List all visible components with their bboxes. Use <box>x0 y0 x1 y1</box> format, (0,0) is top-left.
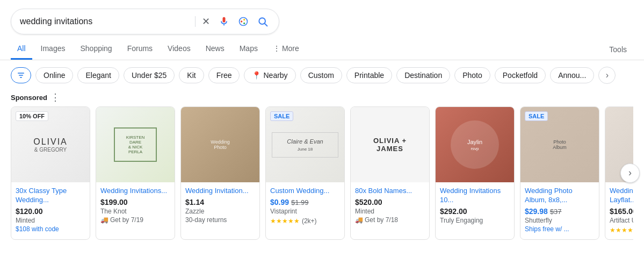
chip-pocketfold[interactable]: Pocketfold <box>495 67 546 83</box>
lens-icon <box>238 16 249 27</box>
product-title-8: Wedding Album Layflat... <box>610 187 633 205</box>
product-price-6: $292.00 <box>440 207 510 216</box>
tab-all[interactable]: All <box>11 39 32 60</box>
product-image-3: WeddingPhoto <box>181 107 259 182</box>
product-price-7: $29.98 <box>525 207 548 216</box>
product-seller-1: Minted <box>16 217 85 224</box>
product-card-6[interactable]: Jaylin rsvp Wedding Invitations 10... $2… <box>435 106 515 240</box>
tools-button[interactable]: Tools <box>603 40 633 59</box>
tab-maps[interactable]: Maps <box>233 39 264 60</box>
product-extra-3: 30-day returns <box>185 216 255 224</box>
product-extra-5: 🚚 Get by 7/18 <box>355 216 425 224</box>
search-icon <box>257 16 268 27</box>
chip-nearby[interactable]: 📍 Nearby <box>244 67 295 83</box>
product-card-3[interactable]: WeddingPhoto Wedding Invitation... $1.14… <box>180 106 260 240</box>
product-title-6: Wedding Invitations 10... <box>440 187 510 205</box>
filter-options-chip[interactable] <box>11 67 31 83</box>
filter-icon <box>17 71 25 80</box>
product-info-5: 80x Bold Names... $520.00 Minted 🚚 Get b… <box>351 182 429 224</box>
product-image-4: SALE Claire & Evan June 18 <box>266 107 344 182</box>
chip-printable[interactable]: Printable <box>346 67 392 83</box>
chip-destination[interactable]: Destination <box>396 67 450 83</box>
product-image-1: 10% OFF OLIVIA & GREGORY <box>11 107 90 182</box>
truck-icon-5: 🚚 <box>355 216 363 224</box>
chip-photo[interactable]: Photo <box>454 67 490 83</box>
product-price-2: $199.00 <box>100 198 170 206</box>
product-title-4: Custom Wedding... <box>270 187 340 196</box>
more-dots-icon: ⋮ <box>273 44 280 53</box>
product-badge-7: SALE <box>525 111 548 121</box>
chip-elegant[interactable]: Elegant <box>77 67 119 83</box>
sponsored-label: Sponsored <box>11 94 47 102</box>
product-extra-4: ★★★★★ (2k+) <box>270 216 340 225</box>
chips-next-button[interactable]: › <box>598 67 616 84</box>
product-info-6: Wedding Invitations 10... $292.00 Truly … <box>436 182 514 224</box>
search-divider <box>195 16 196 27</box>
product-title-1: 30x Classy Type Wedding... <box>16 187 85 205</box>
chip-free[interactable]: Free <box>208 67 240 83</box>
sponsored-header: Sponsored ⋮ <box>0 90 644 106</box>
truck-icon-2: 🚚 <box>100 216 108 224</box>
products-next-button[interactable]: › <box>620 163 640 183</box>
products-section: 10% OFF OLIVIA & GREGORY 30x Classy Type… <box>0 106 644 240</box>
search-button[interactable] <box>255 14 270 29</box>
product-seller-7: Shutterfly <box>525 217 595 224</box>
product-info-1: 30x Classy Type Wedding... $120.00 Minte… <box>11 182 90 233</box>
product-title-5: 80x Bold Names... <box>355 187 425 196</box>
chevron-right-products-icon: › <box>628 167 632 179</box>
product-price-8: $165.00 <box>610 207 633 216</box>
tab-news[interactable]: News <box>199 39 231 60</box>
product-info-2: Wedding Invitations... $199.00 The Knot … <box>96 182 175 224</box>
tab-forums[interactable]: Forums <box>121 39 159 60</box>
lens-button[interactable] <box>236 14 251 29</box>
product-image-2: KIRSTEN DARE & NICK PERLA <box>96 107 175 182</box>
sponsored-menu-button[interactable]: ⋮ <box>50 92 60 102</box>
product-price-1: $120.00 <box>16 207 85 216</box>
clear-button[interactable]: ✕ <box>200 13 212 30</box>
product-extra-2: 🚚 Get by 7/19 <box>100 216 170 224</box>
product-card-5[interactable]: OLIVIA +JAMES 80x Bold Names... $520.00 … <box>350 106 430 240</box>
product-seller-8: Artifact Uprisi... <box>610 217 633 224</box>
chip-under25[interactable]: Under $25 <box>124 67 175 83</box>
clear-icon: ✕ <box>202 16 210 27</box>
search-bar[interactable]: ✕ <box>11 9 279 34</box>
tab-videos[interactable]: Videos <box>161 39 197 60</box>
product-card-4[interactable]: SALE Claire & Evan June 18 Custom Weddin… <box>265 106 345 240</box>
product-extra-8: ★★★★★ (858) <box>610 225 633 234</box>
product-extra-7: Ships free w/ ... <box>525 225 595 233</box>
product-image-7: SALE PhotoAlbum <box>520 107 599 182</box>
product-price-original-4: $1.99 <box>291 198 309 206</box>
product-seller-6: Truly Engaging <box>440 217 510 224</box>
product-info-3: Wedding Invitation... $1.14 Zazzle 30-da… <box>181 182 259 224</box>
product-price-4: $0.99 <box>270 198 289 206</box>
product-card-1[interactable]: 10% OFF OLIVIA & GREGORY 30x Classy Type… <box>11 106 90 240</box>
product-extra-1: $108 with code <box>16 225 85 233</box>
product-card-2[interactable]: KIRSTEN DARE & NICK PERLA Wedding Invita… <box>96 106 175 240</box>
product-seller-3: Zazzle <box>185 208 255 215</box>
product-info-7: Wedding Photo Album, 8x8,... $29.98 $37 … <box>520 182 599 233</box>
chip-announce[interactable]: Annou... <box>550 67 594 83</box>
search-bar-container: ✕ <box>0 0 644 34</box>
product-badge-1: 10% OFF <box>16 111 48 121</box>
location-icon: 📍 <box>252 71 261 80</box>
mic-button[interactable] <box>216 14 231 29</box>
tab-more[interactable]: ⋮ More <box>266 39 306 60</box>
chip-online[interactable]: Online <box>35 67 73 83</box>
product-title-2: Wedding Invitations... <box>100 187 170 196</box>
chip-custom[interactable]: Custom <box>300 67 342 83</box>
product-image-6: Jaylin rsvp <box>436 107 514 182</box>
products-row: 10% OFF OLIVIA & GREGORY 30x Classy Type… <box>11 106 633 240</box>
svg-line-5 <box>265 24 267 26</box>
tab-shopping[interactable]: Shopping <box>74 39 118 60</box>
svg-point-2 <box>243 19 245 20</box>
search-input[interactable] <box>20 17 191 26</box>
tab-images[interactable]: Images <box>34 39 72 60</box>
product-info-8: Wedding Album Layflat... $165.00 Artifac… <box>605 182 633 234</box>
product-seller-2: The Knot <box>100 208 170 215</box>
chip-kit[interactable]: Kit <box>179 67 204 83</box>
product-seller-4: Vistaprint <box>270 208 340 215</box>
product-title-3: Wedding Invitation... <box>185 187 255 196</box>
svg-point-3 <box>243 23 245 24</box>
product-card-7[interactable]: SALE PhotoAlbum Wedding Photo Album, 8x8… <box>520 106 599 240</box>
product-title-7: Wedding Photo Album, 8x8,... <box>525 187 595 205</box>
